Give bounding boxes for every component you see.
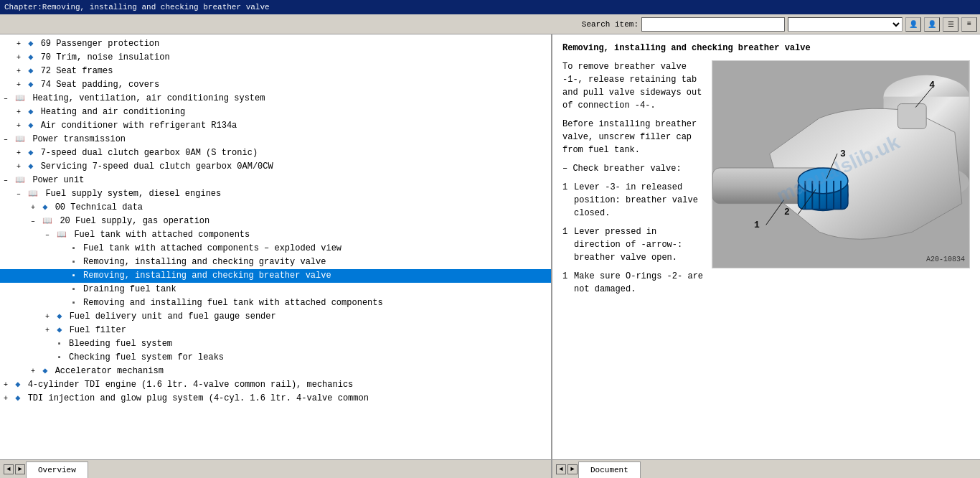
tree-item[interactable]: + ◆ Fuel delivery unit and fuel gauge se… xyxy=(0,310,551,324)
expand-icon[interactable]: + xyxy=(14,79,23,92)
expand-icon[interactable]: – xyxy=(1,133,10,146)
tree-item-selected[interactable]: ▪ Removing, installing and checking brea… xyxy=(0,269,551,283)
bullet-num: 1 xyxy=(562,181,570,220)
tree-item-label: 70 Trim, noise insulation xyxy=(41,52,170,62)
expand-icon[interactable]: + xyxy=(14,65,23,78)
diamond-icon: ◆ xyxy=(28,121,33,131)
svg-rect-15 xyxy=(897,104,926,129)
expand-icon[interactable]: + xyxy=(1,379,10,392)
doc-icon: ▪ xyxy=(57,353,62,362)
tree-item[interactable]: – 📖 Power unit xyxy=(0,174,551,187)
expand-icon[interactable]: – xyxy=(1,93,10,106)
search-dropdown[interactable] xyxy=(788,17,903,32)
tree-item-label: Checking fuel system for leaks xyxy=(69,352,224,362)
left-panel: + ◆ 69 Passenger protection + ◆ 70 Trim,… xyxy=(0,34,552,459)
tree-item[interactable]: + ◆ TDI injection and glow plug system (… xyxy=(0,392,551,406)
tree-item-label: Removing and installing fuel tank with a… xyxy=(83,298,383,308)
book-icon: 📖 xyxy=(15,94,25,103)
doc-title: Removing, installing and checking breath… xyxy=(562,42,970,55)
menu-btn-1[interactable]: ☰ xyxy=(943,17,958,32)
tree-item[interactable]: – 📖 Fuel tank with attached components xyxy=(0,228,551,242)
tree-item[interactable]: ▪ Fuel tank with attached components – e… xyxy=(0,242,551,256)
tab-overview[interactable]: Overview xyxy=(26,461,88,479)
tree-item[interactable]: + ◆ Accelerator mechanism xyxy=(0,365,551,378)
tree-item[interactable]: ▪ Removing and installing fuel tank with… xyxy=(0,296,551,310)
tree-item-label: Fuel tank with attached components xyxy=(74,230,250,240)
diamond-icon: ◆ xyxy=(15,380,20,390)
expand-icon[interactable]: + xyxy=(43,311,52,324)
tree-item-label: Fuel filter xyxy=(70,325,126,335)
paragraph-text: Lever pressed in direction of -arrow-: b… xyxy=(574,225,705,264)
search-input[interactable] xyxy=(641,17,785,32)
diamond-icon: ◆ xyxy=(28,52,33,62)
expand-icon xyxy=(43,338,52,351)
right-panel[interactable]: Removing, installing and checking breath… xyxy=(552,34,980,459)
doc-paragraph: 1 Lever pressed in direction of -arrow-:… xyxy=(562,225,705,264)
doc-icon: ▪ xyxy=(71,299,76,307)
tree-item[interactable]: + ◆ 00 Technical data xyxy=(0,201,551,215)
diamond-icon: ◆ xyxy=(15,393,20,403)
expand-icon[interactable]: + xyxy=(14,120,23,133)
label-3: 3 xyxy=(840,147,846,161)
tree-item-label: Air conditioner with refrigerant R134a xyxy=(41,121,237,131)
expand-icon[interactable]: + xyxy=(14,106,23,119)
expand-icon[interactable]: + xyxy=(14,161,23,174)
expand-icon[interactable]: – xyxy=(43,229,52,242)
doc-icon: ▪ xyxy=(71,285,76,294)
tree-item[interactable]: + ◆ 74 Seat padding, covers xyxy=(0,78,551,92)
tree-item[interactable]: – 📖 Power transmission xyxy=(0,133,551,146)
tree-item[interactable]: ▪ Checking fuel system for leaks xyxy=(0,351,551,365)
tree-item-label: Fuel tank with attached components – exp… xyxy=(83,243,341,253)
user-btn-2[interactable]: 👤 xyxy=(924,17,940,32)
expand-icon[interactable]: + xyxy=(14,38,23,51)
bullet-num: 1 xyxy=(562,225,570,264)
user-btn-1[interactable]: 👤 xyxy=(905,17,921,32)
tree-item[interactable]: ▪ Bleeding fuel system xyxy=(0,337,551,351)
scroll-right-right[interactable]: ► xyxy=(567,464,578,474)
expand-icon[interactable]: – xyxy=(1,174,10,187)
tree-item-label: Removing, installing and checking breath… xyxy=(83,271,331,281)
diamond-icon: ◆ xyxy=(42,366,47,376)
tree-item[interactable]: + ◆ Heating and air conditioning xyxy=(0,106,551,119)
scroll-left-right[interactable]: ◄ xyxy=(556,464,566,474)
tab-overview-label: Overview xyxy=(38,466,76,474)
tree-item[interactable]: + ◆ 72 Seat frames xyxy=(0,65,551,78)
expand-icon[interactable]: + xyxy=(29,365,37,378)
expand-icon[interactable]: + xyxy=(29,202,37,215)
expand-icon[interactable]: + xyxy=(43,324,52,337)
tree-item[interactable]: + ◆ Fuel filter xyxy=(0,324,551,337)
scroll-right[interactable]: ► xyxy=(15,464,25,474)
tree-item-label: Power unit xyxy=(32,175,84,185)
tree-item-label: Power transmission xyxy=(32,134,126,144)
paragraph-text: Make sure O-rings -2- are not damaged. xyxy=(574,270,705,296)
tree-item-label: Heating and air conditioning xyxy=(41,107,186,117)
book-icon: 📖 xyxy=(15,176,25,184)
menu-btn-2[interactable]: ≡ xyxy=(961,17,977,32)
tree-item[interactable]: ▪ Removing, installing and checking grav… xyxy=(0,256,551,269)
expand-icon[interactable]: – xyxy=(29,215,37,228)
expand-icon[interactable]: – xyxy=(14,188,23,201)
tree-item-label: 00 Technical data xyxy=(55,202,143,212)
status-bar: ◄ ► Overview ◄ ► Document xyxy=(0,459,980,478)
toolbar: Search item: 👤 👤 ☰ ≡ xyxy=(0,14,980,34)
tree-item[interactable]: + ◆ Air conditioner with refrigerant R13… xyxy=(0,119,551,133)
expand-icon[interactable]: + xyxy=(1,393,10,406)
bullet-num: 1 xyxy=(562,270,570,296)
expand-icon[interactable]: + xyxy=(14,52,23,65)
tree-item[interactable]: + ◆ 69 Passenger protection xyxy=(0,37,551,51)
scroll-left[interactable]: ◄ xyxy=(4,464,14,474)
tree-item[interactable]: + ◆ 70 Trim, noise insulation xyxy=(0,51,551,65)
tree-container[interactable]: + ◆ 69 Passenger protection + ◆ 70 Trim,… xyxy=(0,34,551,459)
tree-item-label: Removing, installing and checking gravit… xyxy=(83,257,326,267)
tree-item[interactable]: ▪ Draining fuel tank xyxy=(0,283,551,296)
tree-item[interactable]: – 📖 Fuel supply system, diesel engines xyxy=(0,187,551,201)
tree-item[interactable]: + ◆ 7-speed dual clutch gearbox 0AM (S t… xyxy=(0,146,551,160)
tree-item[interactable]: + ◆ Servicing 7-speed dual clutch gearbo… xyxy=(0,160,551,174)
tree-item-label: Accelerator mechanism xyxy=(55,366,164,376)
tree-item[interactable]: – 📖 20 Fuel supply, gas operation xyxy=(0,215,551,228)
tree-item[interactable]: + ◆ 4-cylinder TDI engine (1.6 ltr. 4-va… xyxy=(0,378,551,392)
tree-item[interactable]: – 📖 Heating, ventilation, air conditioni… xyxy=(0,92,551,106)
diamond-icon: ◆ xyxy=(28,148,33,158)
expand-icon[interactable]: + xyxy=(14,147,23,160)
tab-document[interactable]: Document xyxy=(578,461,641,479)
